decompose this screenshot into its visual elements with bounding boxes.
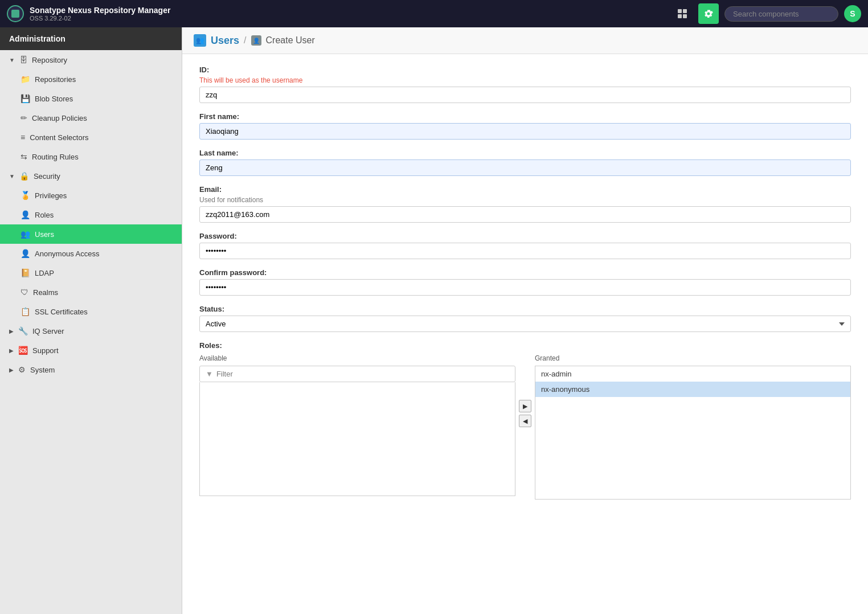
app-title: Sonatype Nexus Repository Manager — [30, 6, 170, 15]
firstname-field: First name: — [199, 112, 851, 140]
repository-icon: 🗄 — [19, 55, 27, 64]
sidebar-item-ldap[interactable]: 📔 LDAP — [0, 263, 182, 283]
sidebar: Administration ▼ 🗄 Repository 📁 Reposito… — [0, 27, 182, 614]
filter-icon: ▼ — [206, 370, 213, 378]
support-expand-arrow: ▶ — [9, 347, 14, 354]
ldap-icon: 📔 — [21, 268, 30, 277]
role-item-nx-admin[interactable]: nx-admin — [535, 366, 850, 382]
system-label: System — [30, 366, 55, 374]
system-expand-arrow: ▶ — [9, 367, 14, 373]
breadcrumb-users[interactable]: Users — [211, 35, 239, 47]
password-field: Password: — [199, 232, 851, 259]
iq-server-icon: 🔧 — [18, 326, 28, 335]
repository-label: Repository — [32, 56, 67, 64]
privileges-icon: 🏅 — [21, 191, 30, 200]
create-user-icon: 👤 — [251, 35, 261, 46]
iq-server-label: IQ Server — [32, 327, 64, 335]
sidebar-item-roles[interactable]: 👤 Roles — [0, 205, 182, 224]
content-area: 👥 Users / 👤 Create User ID: This will be… — [182, 27, 868, 614]
id-label: ID: — [199, 66, 851, 74]
settings-icon-btn[interactable] — [698, 3, 719, 24]
sidebar-section-security[interactable]: ▼ 🔒 Security — [0, 166, 182, 186]
topbar: Sonatype Nexus Repository Manager OSS 3.… — [0, 0, 868, 27]
confirm-password-label: Confirm password: — [199, 268, 851, 277]
blob-stores-icon: 💾 — [21, 94, 30, 103]
available-col-label: Available — [199, 354, 515, 362]
ldap-label: LDAP — [35, 269, 54, 277]
privileges-label: Privileges — [35, 191, 67, 200]
lastname-input[interactable] — [199, 159, 851, 176]
avatar: S — [844, 5, 861, 22]
content-header: 👥 Users / 👤 Create User — [182, 27, 868, 54]
repository-expand-arrow: ▼ — [9, 57, 15, 63]
status-label: Status: — [199, 305, 851, 313]
sidebar-section-system[interactable]: ▶ ⚙ System — [0, 360, 182, 379]
create-user-form: ID: This will be used as the username Fi… — [182, 54, 868, 511]
sidebar-item-routing-rules[interactable]: ⇆ Routing Rules — [0, 147, 182, 166]
sidebar-item-anonymous-access[interactable]: 👤 Anonymous Access — [0, 244, 182, 263]
firstname-input[interactable] — [199, 123, 851, 140]
id-field: ID: This will be used as the username — [199, 66, 851, 103]
support-icon: 🆘 — [18, 346, 28, 355]
breadcrumb-create-user: Create User — [266, 35, 315, 46]
realms-label: Realms — [33, 288, 58, 297]
main-layout: Administration ▼ 🗄 Repository 📁 Reposito… — [0, 27, 868, 614]
sidebar-item-content-selectors[interactable]: ≡ Content Selectors — [0, 128, 182, 147]
roles-filter-input[interactable] — [216, 370, 509, 378]
roles-available-col: Available ▼ — [199, 354, 515, 496]
search-input[interactable] — [724, 6, 838, 22]
firstname-label: First name: — [199, 112, 851, 121]
lastname-field: Last name: — [199, 149, 851, 176]
id-input[interactable] — [199, 87, 851, 103]
sidebar-header: Administration — [0, 27, 182, 50]
sidebar-item-ssl-certificates[interactable]: 📋 SSL Certificates — [0, 302, 182, 321]
roles-arrows: ▶ ◀ — [515, 400, 535, 427]
content-selectors-icon: ≡ — [21, 133, 25, 142]
id-hint: This will be used as the username — [199, 76, 851, 84]
svg-rect-3 — [683, 14, 687, 18]
sidebar-item-blob-stores[interactable]: 💾 Blob Stores — [0, 89, 182, 108]
system-icon: ⚙ — [18, 365, 26, 374]
status-select[interactable]: Active Disabled — [199, 316, 851, 332]
repositories-label: Repositories — [35, 75, 76, 84]
sidebar-section-iq-server[interactable]: ▶ 🔧 IQ Server — [0, 321, 182, 341]
sidebar-item-repositories[interactable]: 📁 Repositories — [0, 69, 182, 89]
breadcrumb-separator: / — [244, 35, 246, 46]
roles-available-list — [199, 382, 515, 496]
blob-stores-label: Blob Stores — [35, 95, 73, 103]
cleanup-policies-icon: ✏ — [21, 113, 27, 122]
move-right-button[interactable]: ▶ — [519, 400, 531, 412]
roles-label: Roles — [35, 211, 54, 219]
email-field: Email: Used for notifications — [199, 185, 851, 223]
svg-rect-0 — [678, 9, 682, 13]
roles-granted-col: Granted nx-admin nx-anonymous — [535, 354, 851, 500]
roles-filter-box: ▼ — [199, 366, 515, 382]
granted-col-label: Granted — [535, 354, 851, 362]
lastname-label: Last name: — [199, 149, 851, 157]
browse-icon-btn[interactable] — [672, 3, 693, 24]
sidebar-item-privileges[interactable]: 🏅 Privileges — [0, 186, 182, 205]
sidebar-section-support[interactable]: ▶ 🆘 Support — [0, 341, 182, 360]
iq-server-expand-arrow: ▶ — [9, 328, 14, 334]
users-nav-label: Users — [35, 230, 54, 239]
cleanup-policies-label: Cleanup Policies — [32, 114, 87, 122]
sidebar-section-repository[interactable]: ▼ 🗄 Repository — [0, 50, 182, 69]
anonymous-access-label: Anonymous Access — [35, 249, 99, 258]
ssl-certificates-label: SSL Certificates — [35, 308, 88, 316]
roles-section: Roles: Available ▼ ▶ — [199, 341, 851, 500]
sidebar-item-realms[interactable]: 🛡 Realms — [0, 283, 182, 302]
realms-icon: 🛡 — [21, 288, 28, 297]
move-left-button[interactable]: ◀ — [519, 415, 531, 427]
password-input[interactable] — [199, 243, 851, 259]
sidebar-item-cleanup-policies[interactable]: ✏ Cleanup Policies — [0, 108, 182, 128]
confirm-password-input[interactable] — [199, 279, 851, 296]
roles-granted-list: nx-admin nx-anonymous — [535, 366, 851, 500]
sidebar-item-users[interactable]: 👥 Users — [0, 224, 182, 244]
security-expand-arrow: ▼ — [9, 173, 15, 179]
security-label: Security — [34, 172, 60, 181]
app-logo — [7, 5, 24, 22]
email-hint: Used for notifications — [199, 196, 851, 204]
status-field: Status: Active Disabled — [199, 305, 851, 332]
role-item-nx-anonymous[interactable]: nx-anonymous — [535, 382, 850, 397]
email-input[interactable] — [199, 206, 851, 223]
